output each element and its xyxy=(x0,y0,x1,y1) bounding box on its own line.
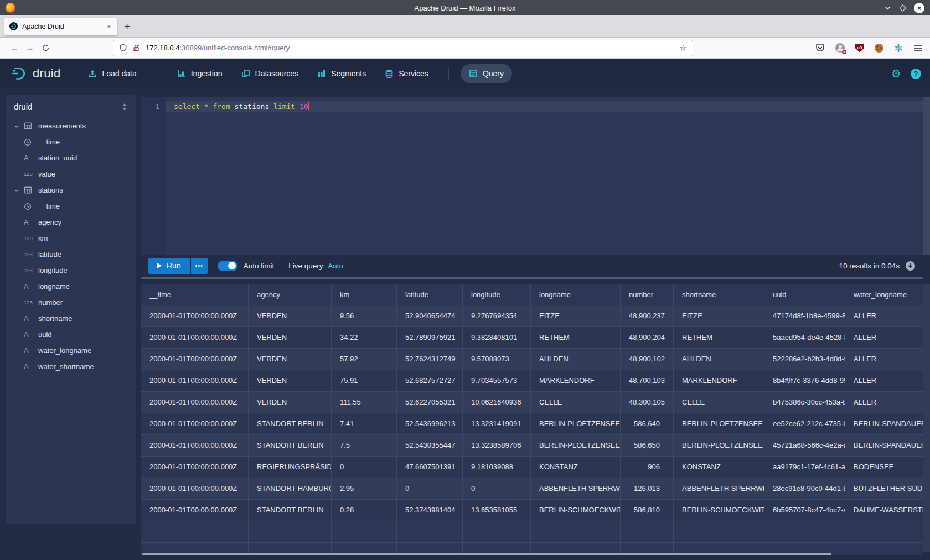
cell-water_longname[interactable]: BERLIN-SPANDAUER-SCHIFFAHRTSKANAL xyxy=(845,413,923,435)
cell-latitude[interactable]: 52.9040654474 xyxy=(397,305,463,327)
editor-scrollbar-track[interactable] xyxy=(923,97,930,255)
extension-asterisk-icon[interactable] xyxy=(894,44,903,53)
cell-agency[interactable]: REGIERUNGSPRÄSIDIUM xyxy=(249,457,332,478)
gear-icon[interactable]: ⚙ xyxy=(891,67,901,80)
cell-number[interactable]: 906 xyxy=(621,457,674,478)
new-tab-button[interactable]: + xyxy=(124,20,130,33)
cell-longname[interactable]: KONSTANZ xyxy=(531,457,621,478)
cell-longname[interactable]: RETHEM xyxy=(531,327,621,349)
cell-water_longname[interactable]: BERLIN-SPANDAUER-SCHIFFAHRTSKANAL xyxy=(845,435,923,457)
pane-resizer-handle[interactable] xyxy=(141,277,923,279)
cell-latitude[interactable]: 52.7624312749 xyxy=(397,349,463,370)
help-icon[interactable]: ? xyxy=(911,69,921,79)
bookmark-star-icon[interactable]: ☆ xyxy=(680,43,687,53)
cell-shortname[interactable]: BERLIN-PLOETZENSEE U xyxy=(674,435,764,457)
sidebar-column-__time[interactable]: __time xyxy=(6,198,136,214)
cell-km[interactable]: 57.92 xyxy=(332,349,397,370)
browser-tab-apache-druid[interactable]: Apache Druid × xyxy=(4,18,117,35)
column-header-water_longname[interactable]: water_longname xyxy=(845,284,923,305)
cell-longitude[interactable]: 9.7034557573 xyxy=(463,370,531,392)
cell-km[interactable]: 34.22 xyxy=(332,327,397,349)
column-header-number[interactable]: number xyxy=(621,284,674,305)
cookie-icon[interactable] xyxy=(875,44,884,53)
cell-number[interactable]: 48,900,204 xyxy=(621,327,674,349)
run-button[interactable]: Run xyxy=(148,258,190,274)
cell-water_longname[interactable]: ALLER xyxy=(845,327,923,349)
lock-insecure-icon[interactable] xyxy=(132,44,140,52)
cell-longname[interactable]: MARKLENDORF xyxy=(531,370,621,392)
cell-uuid[interactable]: 5aaed954-de4e-4528-8f8 xyxy=(764,327,845,349)
cell-agency[interactable]: VERDEN xyxy=(249,305,332,327)
cell-latitude[interactable]: 52.7890975921 xyxy=(397,327,463,349)
cell-latitude[interactable]: 52.3743981404 xyxy=(397,500,463,521)
cell-__time[interactable]: 2000-01-01T00:00:00.000Z xyxy=(141,478,249,500)
cell-__time[interactable]: 2000-01-01T00:00:00.000Z xyxy=(141,413,249,435)
sidebar-column-longname[interactable]: Alongname xyxy=(6,278,136,294)
sidebar-column-uuid[interactable]: Auuid xyxy=(6,326,136,343)
cell-uuid[interactable]: aa9179c1-17ef-4c61-a48 xyxy=(764,457,845,478)
cell-latitude[interactable]: 52.5436996213 xyxy=(397,413,463,435)
cell-agency[interactable]: VERDEN xyxy=(249,370,332,392)
nav-item-query[interactable]: Query xyxy=(461,64,512,83)
sidebar-column-km[interactable]: 123km xyxy=(6,230,136,246)
cell-__time[interactable]: 2000-01-01T00:00:00.000Z xyxy=(141,500,249,521)
cell-shortname[interactable]: EITZE xyxy=(674,305,764,327)
column-header-uuid[interactable]: uuid xyxy=(764,284,845,305)
cell-shortname[interactable]: ABBENFLETH SPERRWERK xyxy=(674,478,764,500)
cell-longname[interactable]: BERLIN-SCHMOECKWITZ xyxy=(531,500,621,521)
cell-__time[interactable]: 2000-01-01T00:00:00.000Z xyxy=(141,370,249,392)
auto-limit-toggle[interactable] xyxy=(218,261,237,271)
cell-shortname[interactable]: AHLDEN xyxy=(674,349,764,370)
cell-longitude[interactable]: 9.181039088 xyxy=(463,457,531,478)
column-header-km[interactable]: km xyxy=(332,284,397,305)
cell-longitude[interactable]: 13.3231419091 xyxy=(463,413,531,435)
cell-km[interactable]: 75.91 xyxy=(332,370,397,392)
minimize-button[interactable] xyxy=(884,4,891,12)
cell-longname[interactable]: AHLDEN xyxy=(531,349,621,370)
cell-__time[interactable]: 2000-01-01T00:00:00.000Z xyxy=(141,327,249,349)
cell-uuid[interactable]: ee52ce62-212c-4735-b48 xyxy=(764,413,845,435)
menu-icon[interactable] xyxy=(913,44,922,52)
cell-water_longname[interactable]: ALLER xyxy=(845,392,923,413)
druid-logo[interactable]: druid xyxy=(11,65,60,82)
cell-latitude[interactable]: 52.6827572727 xyxy=(397,370,463,392)
cell-longitude[interactable]: 9.2767694354 xyxy=(463,305,531,327)
cell-water_longname[interactable]: ALLER xyxy=(845,305,923,327)
sidebar-table-measurements[interactable]: measurements xyxy=(6,118,136,134)
live-query-value[interactable]: Auto xyxy=(328,262,343,270)
pocket-icon[interactable] xyxy=(815,43,825,53)
column-header-latitude[interactable]: latitude xyxy=(397,284,463,305)
cell-latitude[interactable]: 0 xyxy=(397,478,463,500)
tracking-shield-icon[interactable] xyxy=(119,44,127,52)
back-button[interactable]: ← xyxy=(7,40,22,56)
cell-__time[interactable]: 2000-01-01T00:00:00.000Z xyxy=(141,457,249,478)
cell-km[interactable]: 7.41 xyxy=(332,413,397,435)
sidebar-column-water_shortname[interactable]: Awater_shortname xyxy=(6,359,136,375)
cell-latitude[interactable]: 47.6607501391 xyxy=(397,457,463,478)
cell-agency[interactable]: STANDORT BERLIN xyxy=(249,500,332,521)
url-bar[interactable]: 172.18.0.4:30899/unified-console.html#qu… xyxy=(113,40,693,56)
sidebar-column-station_uuid[interactable]: Astation_uuid xyxy=(6,150,136,166)
sidebar-column-longitude[interactable]: 123longitude xyxy=(6,262,136,278)
cell-km[interactable]: 9.56 xyxy=(332,305,397,327)
schema-name[interactable]: druid xyxy=(14,102,32,111)
cell-uuid[interactable]: 45721a68-566c-4e2a-a68 xyxy=(764,435,845,457)
cell-number[interactable]: 48,700,103 xyxy=(621,370,674,392)
maximize-button[interactable] xyxy=(900,6,905,11)
cell-__time[interactable]: 2000-01-01T00:00:00.000Z xyxy=(141,349,249,370)
cell-longitude[interactable]: 10.0621640936 xyxy=(463,392,531,413)
cell-latitude[interactable]: 52.6227055321 xyxy=(397,392,463,413)
column-header-shortname[interactable]: shortname xyxy=(674,284,764,305)
cell-uuid[interactable]: 6b595707-8c47-4bc7-a88 xyxy=(764,500,845,521)
sidebar-column-number[interactable]: 123number xyxy=(6,294,136,310)
nav-item-ingestion[interactable]: Ingestion xyxy=(169,64,231,83)
cell-longitude[interactable]: 13.653581055 xyxy=(463,500,531,521)
column-header-agency[interactable]: agency xyxy=(249,284,332,305)
nav-item-datasources[interactable]: Datasources xyxy=(233,64,307,83)
cell-number[interactable]: 48,900,102 xyxy=(621,349,674,370)
cell-km[interactable]: 0 xyxy=(332,457,397,478)
sidebar-column-water_longname[interactable]: Awater_longname xyxy=(6,343,136,359)
cell-uuid[interactable]: 8b4f9f7c-3376-4dd8-95c xyxy=(764,370,845,392)
cell-shortname[interactable]: BERLIN-SCHMOECKWITZ xyxy=(674,500,764,521)
cell-number[interactable]: 48,300,105 xyxy=(621,392,674,413)
